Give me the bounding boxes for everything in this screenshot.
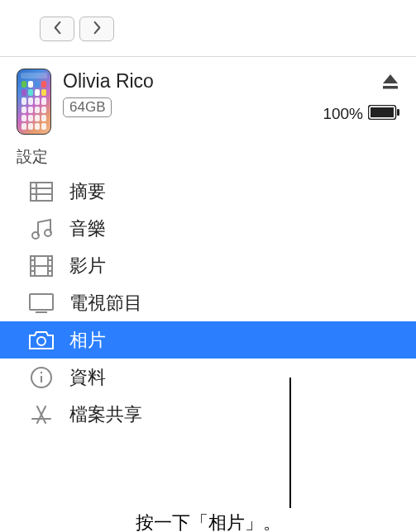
sidebar-item-movies[interactable]: 影片 [0,247,416,284]
battery-icon [368,105,399,123]
sidebar-item-music[interactable]: 音樂 [0,210,416,247]
sidebar-item-label: 影片 [69,254,106,278]
sidebar-item-photos[interactable]: 相片 [0,321,416,359]
music-icon [28,216,55,242]
eject-icon[interactable] [381,74,399,93]
svg-point-20 [37,337,45,345]
chevron-left-icon [52,21,63,38]
sidebar-item-label: 電視節目 [69,291,142,316]
svg-rect-18 [30,294,53,310]
camera-icon [28,327,55,354]
figure-caption: 按一下「相片」。 [0,511,416,532]
svg-rect-0 [383,86,398,89]
sidebar-item-label: 摘要 [69,179,106,204]
sidebar-item-info[interactable]: 資料 [0,359,416,396]
capacity-badge: 64GB [63,97,112,117]
sidebar-item-label: 資料 [69,365,106,390]
device-name: Olivia Rico [63,70,323,93]
summary-icon [28,178,55,205]
sidebar-item-tvshows[interactable]: 電視節目 [0,284,416,321]
device-header: Olivia Rico 64GB 100% [0,57,416,145]
info-icon [28,364,55,391]
sidebar-item-label: 音樂 [69,216,106,241]
sidebar-section-label: 設定 [0,145,416,173]
nav-forward-button[interactable] [79,17,114,41]
sidebar-list: 摘要 音樂 影片 電視節目 相片 資料 檔案共享 [0,173,416,433]
film-icon [28,253,55,279]
svg-rect-2 [371,107,394,117]
sidebar-item-label: 相片 [69,328,106,353]
battery-percent: 100% [323,105,363,123]
nav-back-button[interactable] [40,17,74,41]
tv-icon [28,290,55,316]
svg-point-22 [41,371,42,373]
svg-rect-4 [31,183,52,201]
sidebar-item-filesharing[interactable]: 檔案共享 [0,396,416,433]
appstore-icon [28,401,55,428]
device-thumbnail [17,69,51,135]
callout-pointer-line [289,378,291,508]
sidebar-item-summary[interactable]: 摘要 [0,173,416,210]
svg-rect-3 [397,109,399,116]
chevron-right-icon [92,21,103,38]
sidebar-item-label: 檔案共享 [69,402,142,427]
